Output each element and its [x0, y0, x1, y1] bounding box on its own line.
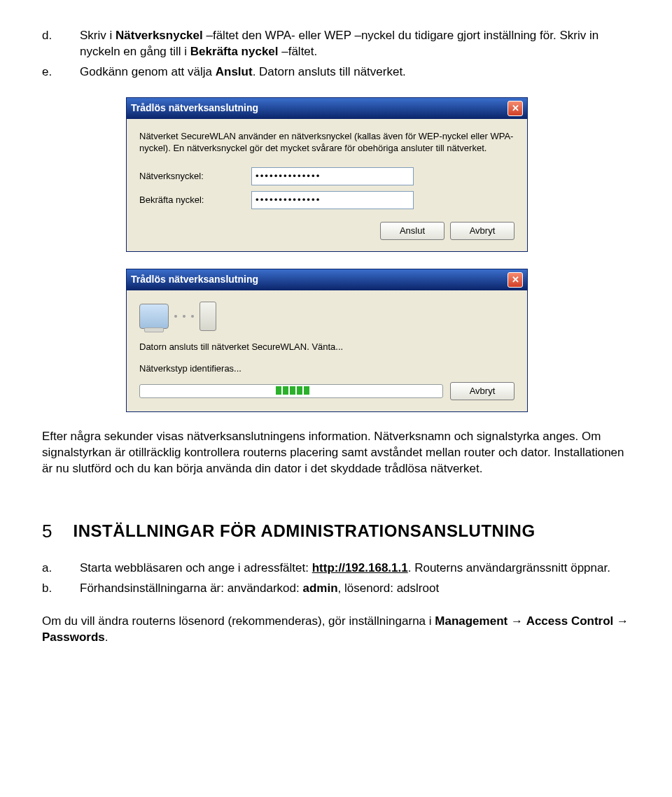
bold-networkkey: Nätverksnyckel [115, 29, 203, 42]
dialog-body-text: Nätverket SecureWLAN använder en nätverk… [139, 130, 514, 155]
progress-bar [139, 384, 443, 398]
progress-block [297, 386, 302, 395]
dot-icon [174, 315, 177, 318]
step-marker-e: e. [42, 64, 60, 80]
bold-access-control: Access Control [526, 614, 614, 628]
progress-block [283, 386, 288, 395]
connect-button[interactable]: Anslut [380, 222, 444, 240]
progress-line1: Datorn ansluts till nätverket SecureWLAN… [139, 341, 514, 353]
txt: Skriv i [80, 29, 115, 42]
bold-management: Management [435, 614, 507, 628]
step-marker-b: b. [42, 581, 60, 597]
label-network-key: Nätverksnyckel: [139, 170, 251, 183]
monitor-icon [139, 304, 169, 329]
bold-passwords: Passwords [42, 630, 105, 644]
step-marker-a: a. [42, 560, 60, 577]
dot-icon [183, 315, 186, 318]
txt: . Datorn ansluts till nätverket. [253, 65, 406, 78]
txt: Godkänn genom att välja [80, 65, 216, 78]
label-confirm-key: Bekräfta nyckel: [139, 194, 251, 206]
dialog-title: Trådlös nätverksanslutning [131, 273, 258, 286]
titlebar: Trådlös nätverksanslutning ✕ [127, 98, 527, 119]
tower-icon [200, 302, 216, 331]
progress-block [276, 386, 281, 395]
dialog-wireless-key: Trådlös nätverksanslutning ✕ Nätverket S… [126, 97, 528, 252]
txt: . Routerns användargränssnitt öppnar. [408, 561, 610, 574]
network-key-input[interactable] [251, 167, 414, 185]
dialog-title: Trådlös nätverksanslutning [131, 101, 258, 115]
bold-confirmkey: Bekräfta nyckel [190, 45, 279, 58]
txt: . [105, 630, 108, 644]
step-a-text: Starta webbläsaren och ange i adressfält… [80, 560, 610, 577]
cancel-button[interactable]: Avbryt [450, 222, 514, 240]
titlebar: Trådlös nätverksanslutning ✕ [127, 269, 527, 290]
txt: Förhandsinställningarna är: användarkod: [80, 581, 302, 595]
step-marker-d: d. [42, 28, 60, 60]
dot-icon [191, 315, 194, 318]
close-icon[interactable]: ✕ [507, 101, 523, 116]
progress-line2: Nätverkstyp identifieras... [139, 362, 514, 375]
connection-icons [139, 302, 514, 331]
after-paragraph: Efter några sekunder visas nätverksanslu… [42, 429, 630, 477]
step-d-text: Skriv i Nätverksnyckel –fältet den WPA- … [80, 28, 630, 60]
bold-admin: admin [302, 581, 337, 595]
cancel-button[interactable]: Avbryt [450, 382, 514, 400]
txt: Om du vill ändra routerns lösenord (reko… [42, 614, 435, 628]
txt: –fältet. [279, 45, 318, 58]
section-number: 5 [42, 519, 52, 544]
bold-anslut: Anslut [216, 65, 253, 78]
arrow-icon: → [507, 614, 526, 628]
arrow-icon: → [613, 614, 629, 628]
router-address-link[interactable]: http://192.168.1.1 [312, 561, 408, 574]
close-icon[interactable]: ✕ [507, 272, 523, 288]
progress-block [290, 386, 295, 395]
bottom-paragraph: Om du vill ändra routerns lösenord (reko… [42, 614, 630, 646]
txt: , lösenord: adslroot [338, 581, 440, 595]
section-title: INSTÄLLNINGAR FÖR ADMINISTRATIONSANSLUTN… [73, 520, 535, 542]
confirm-key-input[interactable] [251, 191, 414, 209]
step-b-text: Förhandsinställningarna är: användarkod:… [80, 581, 439, 597]
dialog-wireless-progress: Trådlös nätverksanslutning ✕ Datorn ansl… [126, 269, 528, 412]
progress-block [304, 386, 309, 395]
txt: Starta webbläsaren och ange i adressfält… [80, 561, 312, 574]
step-e-text: Godkänn genom att välja Anslut. Datorn a… [80, 64, 406, 80]
